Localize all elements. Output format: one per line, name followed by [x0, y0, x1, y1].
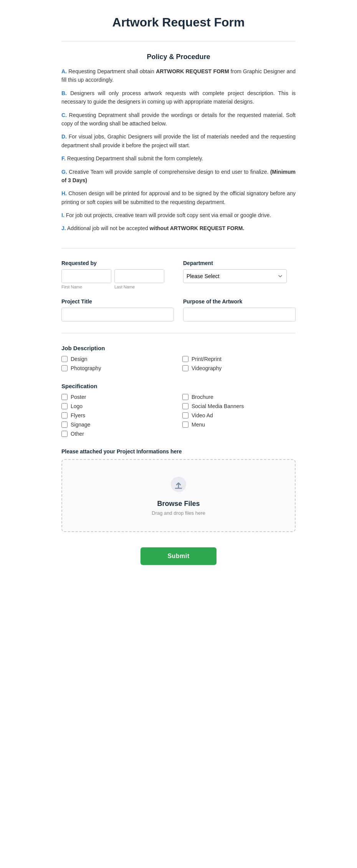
policy-item-b: B. Designers will only process artwork r… — [61, 89, 296, 106]
job-description-section: Job Description Design Print/Reprint Pho… — [61, 345, 296, 371]
last-name-input[interactable] — [114, 269, 164, 283]
upload-icon — [70, 475, 287, 495]
policy-item-f: F. Requesting Department shall submit th… — [61, 154, 296, 163]
requested-by-department-row: Requested by First Name Last Name Depart… — [61, 260, 296, 289]
checkbox-video-ad-input[interactable] — [182, 412, 188, 418]
policy-item-g: G. Creative Team will provide sample of … — [61, 168, 296, 185]
purpose-label: Purpose of the Artwork — [183, 298, 296, 305]
checkbox-signage-label: Signage — [71, 422, 90, 428]
checkbox-design-label: Design — [71, 356, 88, 362]
policy-item-j: J. Additional job will not be accepted w… — [61, 224, 296, 232]
checkbox-other-input[interactable] — [61, 431, 68, 437]
checkbox-other[interactable]: Other — [61, 431, 175, 437]
checkbox-logo-input[interactable] — [61, 403, 68, 409]
department-label: Department — [183, 260, 296, 266]
policy-item-i: I. For job out projects, creative team w… — [61, 211, 296, 219]
specification-section: Specification Poster Brochure Logo Socia… — [61, 383, 296, 437]
checkbox-video-ad[interactable]: Video Ad — [182, 412, 296, 418]
purpose-input[interactable] — [183, 308, 296, 321]
policy-form-divider — [61, 248, 296, 249]
first-name-input[interactable] — [61, 269, 111, 283]
upload-dropzone[interactable]: Browse Files Drag and drop files here — [61, 459, 296, 532]
checkbox-flyers[interactable]: Flyers — [61, 412, 175, 418]
upload-label: Please attached your Project Information… — [61, 448, 296, 455]
title-divider — [61, 41, 296, 41]
checkbox-photography-label: Photography — [71, 365, 101, 371]
checkbox-flyers-input[interactable] — [61, 412, 68, 418]
checkbox-photography-input[interactable] — [61, 365, 68, 371]
name-inputs-group: First Name Last Name — [61, 269, 174, 289]
checkbox-logo-label: Logo — [71, 403, 83, 409]
checkbox-videography-input[interactable] — [182, 365, 188, 371]
project-purpose-row: Project Title Purpose of the Artwork — [61, 298, 296, 321]
checkbox-brochure[interactable]: Brochure — [182, 394, 296, 400]
checkbox-social-media-banners-input[interactable] — [182, 403, 188, 409]
checkbox-social-media-banners[interactable]: Social Media Banners — [182, 403, 296, 409]
checkbox-poster-label: Poster — [71, 394, 86, 400]
checkbox-signage[interactable]: Signage — [61, 422, 175, 428]
page-title: Artwork Request Form — [61, 15, 296, 30]
policy-item-a: A. Requesting Department shall obtain AR… — [61, 67, 296, 84]
submit-container: Submit — [61, 547, 296, 565]
requested-by-label: Requested by — [61, 260, 174, 266]
checkbox-video-ad-label: Video Ad — [192, 412, 213, 418]
checkbox-photography[interactable]: Photography — [61, 365, 175, 371]
checkbox-other-label: Other — [71, 431, 84, 437]
last-name-sublabel: Last Name — [114, 285, 164, 289]
upload-sub-text: Drag and drop files here — [70, 510, 287, 516]
specification-title: Specification — [61, 383, 296, 389]
checkbox-brochure-label: Brochure — [192, 394, 213, 400]
checkbox-print-reprint-label: Print/Reprint — [192, 356, 221, 362]
requested-by-block: Requested by First Name Last Name — [61, 260, 174, 289]
job-description-title: Job Description — [61, 345, 296, 351]
checkbox-videography-label: Videography — [192, 365, 221, 371]
upload-main-text: Browse Files — [70, 500, 287, 508]
checkbox-design-input[interactable] — [61, 356, 68, 362]
specification-grid: Poster Brochure Logo Social Media Banner… — [61, 394, 296, 437]
department-select-wrap: Please Select HR Marketing Finance Opera… — [183, 269, 296, 283]
policy-item-h: H. Chosen design will be printed for app… — [61, 189, 296, 206]
checkbox-design[interactable]: Design — [61, 356, 175, 362]
job-description-grid: Design Print/Reprint Photography Videogr… — [61, 356, 296, 371]
last-name-field-wrap: Last Name — [114, 269, 164, 289]
checkbox-brochure-input[interactable] — [182, 394, 188, 400]
checkbox-menu-input[interactable] — [182, 422, 188, 428]
checkbox-social-media-banners-label: Social Media Banners — [192, 403, 244, 409]
purpose-block: Purpose of the Artwork — [183, 298, 296, 321]
submit-button[interactable]: Submit — [140, 547, 216, 565]
checkbox-menu-label: Menu — [192, 422, 205, 428]
project-title-input[interactable] — [61, 308, 174, 321]
policy-item-d: D. For visual jobs, Graphic Designers wi… — [61, 132, 296, 150]
department-select[interactable]: Please Select HR Marketing Finance Opera… — [183, 269, 287, 283]
checkbox-poster[interactable]: Poster — [61, 394, 175, 400]
first-name-field-wrap: First Name — [61, 269, 111, 289]
project-title-label: Project Title — [61, 298, 174, 305]
policy-title: Policy & Procedure — [61, 53, 296, 61]
fields-checkboxes-divider — [61, 333, 296, 333]
checkbox-poster-input[interactable] — [61, 394, 68, 400]
checkbox-videography[interactable]: Videography — [182, 365, 296, 371]
first-name-sublabel: First Name — [61, 285, 111, 289]
project-title-block: Project Title — [61, 298, 174, 321]
checkbox-signage-input[interactable] — [61, 422, 68, 428]
checkbox-menu[interactable]: Menu — [182, 422, 296, 428]
upload-section: Please attached your Project Information… — [61, 448, 296, 532]
checkbox-logo[interactable]: Logo — [61, 403, 175, 409]
checkbox-print-reprint[interactable]: Print/Reprint — [182, 356, 296, 362]
policy-section: Policy & Procedure A. Requesting Departm… — [61, 53, 296, 233]
department-block: Department Please Select HR Marketing Fi… — [183, 260, 296, 283]
checkbox-print-reprint-input[interactable] — [182, 356, 188, 362]
checkbox-flyers-label: Flyers — [71, 412, 85, 418]
policy-item-c: C. Requesting Depratment shall provide t… — [61, 111, 296, 128]
form-section: Requested by First Name Last Name Depart… — [61, 260, 296, 565]
